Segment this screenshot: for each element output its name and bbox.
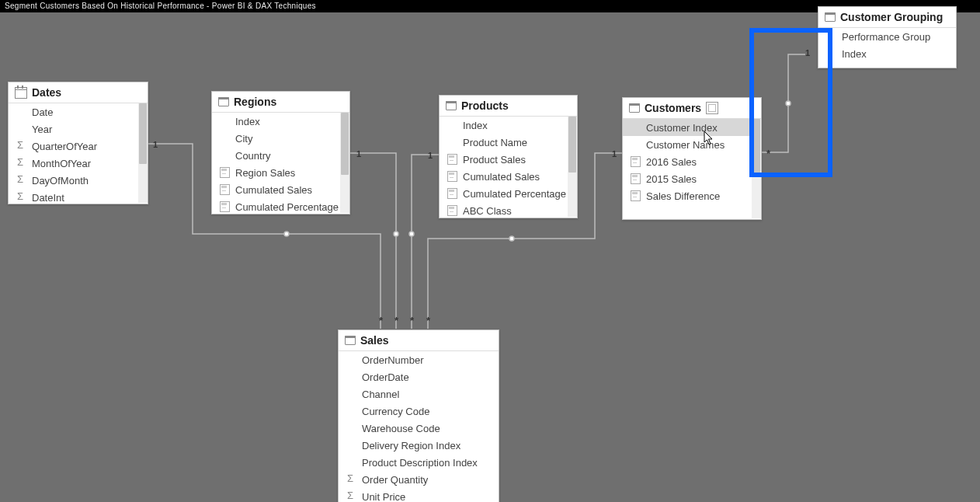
field-label: Sales Difference — [646, 190, 720, 202]
field-label: DayOfMonth — [32, 175, 89, 187]
field-row[interactable]: OrderDate — [339, 368, 499, 385]
field-label: City — [235, 133, 252, 145]
table-title: Sales — [360, 334, 389, 347]
field-row[interactable]: Currency Code — [339, 403, 499, 420]
scrollbar[interactable] — [138, 103, 148, 203]
table-products[interactable]: ProductsIndexProduct NameProduct SalesCu… — [439, 95, 578, 218]
relationship-cardinality: 1 — [428, 152, 433, 160]
field-row[interactable]: Performance Group — [818, 28, 956, 45]
svg-point-3 — [509, 236, 514, 241]
table-body[interactable]: Performance GroupIndex — [818, 28, 956, 67]
table-header[interactable]: Products — [440, 96, 577, 117]
field-label: ABC Class — [463, 205, 512, 217]
table-body[interactable]: Customer IndexCustomer Names2016 Sales20… — [623, 119, 761, 218]
field-label: Region Sales — [235, 167, 295, 179]
field-row[interactable]: Customer Index — [623, 119, 761, 136]
scrollbar-thumb[interactable] — [568, 117, 576, 173]
field-row[interactable]: DayOfMonth — [9, 172, 148, 189]
sigma-icon — [16, 175, 27, 186]
field-label: Index — [842, 48, 867, 60]
table-header[interactable]: Customer Grouping — [818, 7, 956, 28]
field-row[interactable]: Cumulated Sales — [440, 168, 577, 185]
sigma-icon — [346, 491, 357, 502]
field-label: Year — [32, 124, 52, 135]
table-dates[interactable]: DatesDateYearQuarterOfYearMonthOfYearDay… — [8, 82, 148, 204]
field-row[interactable]: OrderNumber — [339, 351, 499, 368]
field-row[interactable]: 2015 Sales — [623, 170, 761, 187]
calculator-icon — [220, 201, 231, 212]
field-label: Channel — [362, 389, 399, 400]
table-customers[interactable]: CustomersCustomer IndexCustomer Names201… — [622, 97, 762, 220]
table-header[interactable]: Dates — [9, 82, 148, 103]
scrollbar-thumb[interactable] — [139, 103, 147, 164]
field-label: OrderNumber — [362, 354, 423, 366]
table-body[interactable]: IndexProduct NameProduct SalesCumulated … — [440, 117, 577, 217]
field-row[interactable]: Index — [818, 45, 956, 62]
table-sales[interactable]: SalesOrderNumberOrderDateChannelCurrency… — [338, 329, 499, 502]
table-header[interactable]: Customers — [623, 98, 761, 119]
field-row[interactable]: Region Sales — [212, 164, 349, 181]
field-row[interactable]: QuarterOfYear — [9, 138, 148, 155]
field-row[interactable]: Product Sales — [440, 151, 577, 168]
field-row[interactable]: Index — [440, 117, 577, 134]
calculator-icon — [220, 184, 231, 195]
scrollbar[interactable] — [568, 117, 577, 217]
calculator-icon — [447, 171, 458, 182]
kpi-icon — [706, 102, 718, 114]
table-icon — [218, 97, 229, 106]
field-row[interactable]: MonthOfYear — [9, 155, 148, 172]
field-row[interactable]: Sales Difference — [623, 187, 761, 204]
scrollbar[interactable] — [752, 119, 761, 218]
relationship-cardinality: * — [426, 315, 430, 326]
calculator-icon — [220, 167, 231, 178]
field-row[interactable]: Date — [9, 103, 148, 120]
table-icon — [825, 12, 836, 22]
scrollbar-thumb[interactable] — [341, 113, 349, 175]
field-row[interactable]: Product Name — [440, 134, 577, 151]
field-label: 2015 Sales — [646, 173, 697, 185]
field-row[interactable]: Unit Price — [339, 488, 499, 502]
field-row[interactable]: Customer Names — [623, 136, 761, 153]
table-body[interactable]: OrderNumberOrderDateChannelCurrency Code… — [339, 351, 499, 502]
svg-point-2 — [409, 232, 414, 236]
field-row[interactable]: Cumulated Sales — [212, 181, 349, 198]
field-row[interactable]: Cumulated Percentage — [440, 185, 577, 202]
svg-point-0 — [284, 232, 289, 236]
table-body[interactable]: IndexCityCountryRegion SalesCumulated Sa… — [212, 113, 349, 213]
table-title: Regions — [234, 96, 276, 108]
table-grouping[interactable]: Customer GroupingPerformance GroupIndex — [818, 6, 957, 68]
table-regions[interactable]: RegionsIndexCityCountryRegion SalesCumul… — [211, 91, 350, 214]
field-row[interactable]: Year — [9, 120, 148, 138]
relationship-cardinality: * — [766, 148, 770, 159]
relationship-cardinality: * — [410, 315, 414, 326]
scrollbar[interactable] — [340, 113, 349, 213]
field-row[interactable]: Product Description Index — [339, 454, 499, 471]
field-row[interactable]: Country — [212, 147, 349, 164]
field-label: OrderDate — [362, 371, 409, 383]
field-row[interactable]: 2016 Sales — [623, 153, 761, 170]
field-label: Performance Group — [842, 31, 930, 43]
field-row[interactable]: Order Quantity — [339, 471, 499, 488]
field-row[interactable]: Channel — [339, 385, 499, 403]
field-row[interactable]: Cumulated Percentage — [212, 198, 349, 213]
table-body[interactable]: DateYearQuarterOfYearMonthOfYearDayOfMon… — [9, 103, 148, 203]
relationship-cardinality: 1 — [153, 141, 158, 149]
field-row[interactable]: Warehouse Code — [339, 420, 499, 437]
table-header[interactable]: Regions — [212, 92, 349, 113]
calculator-icon — [631, 156, 641, 167]
field-row[interactable]: Index — [212, 113, 349, 130]
field-row[interactable]: Delivery Region Index — [339, 437, 499, 454]
field-row[interactable]: DateInt — [9, 189, 148, 203]
scrollbar-thumb[interactable] — [752, 119, 760, 173]
relationship-cardinality: * — [394, 315, 398, 326]
table-title: Customers — [645, 102, 701, 114]
diagram-canvas[interactable]: 1111*1**** DatesDateYearQuarterOfYearMon… — [0, 12, 980, 502]
field-row[interactable]: City — [212, 130, 349, 147]
calculator-icon — [447, 188, 458, 199]
field-label: DateInt — [32, 192, 64, 204]
table-title: Customer Grouping — [840, 11, 943, 23]
table-header[interactable]: Sales — [339, 330, 499, 351]
field-row[interactable]: ABC Class — [440, 202, 577, 217]
svg-point-1 — [394, 232, 398, 236]
field-label: Product Name — [463, 137, 527, 148]
